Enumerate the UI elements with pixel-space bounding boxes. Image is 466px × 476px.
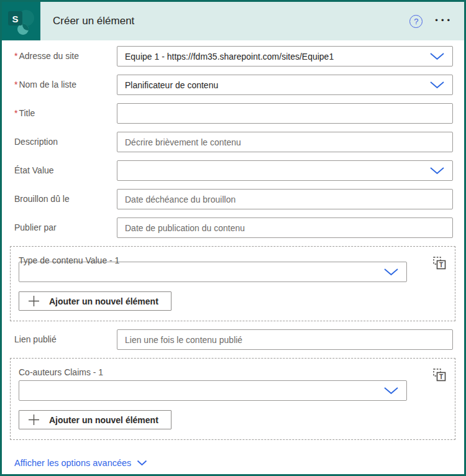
- add-new-item-button[interactable]: Ajouter un nouvel élément: [19, 410, 171, 429]
- field-row-lien-publie: Lien publié: [14, 329, 453, 350]
- field-label: Description: [14, 137, 117, 147]
- co-auteurs-dropdown[interactable]: [19, 380, 407, 401]
- chevron-down-icon: [429, 167, 445, 175]
- parameters-form: *Adresse du site Equipe 1 - https://fdm3…: [2, 40, 464, 469]
- etat-value-dropdown[interactable]: [117, 160, 453, 181]
- field-label: *Title: [14, 108, 117, 119]
- field-row-publier-par: Publier par: [14, 217, 453, 238]
- required-marker: *: [14, 108, 17, 118]
- field-label: Publier par: [14, 222, 117, 233]
- field-label: État Value: [14, 165, 117, 176]
- draft-due-date-input[interactable]: [117, 189, 453, 209]
- add-new-item-button[interactable]: Ajouter un nouvel élément: [19, 291, 171, 311]
- help-icon[interactable]: ?: [409, 15, 423, 28]
- group-label: Type de contenu Value - 1: [19, 255, 126, 266]
- group-label: Co-auteurs Claims - 1: [19, 367, 126, 378]
- create-item-action-card: S Créer un élément ? ••• *Adresse du sit…: [0, 0, 466, 476]
- svg-text:S: S: [12, 14, 18, 24]
- list-name-dropdown[interactable]: Planificateur de contenu: [117, 75, 453, 95]
- sharepoint-connector-icon: S: [2, 2, 40, 40]
- dropdown-value: Equipe 1 - https://fdm35.sharepoint.com/…: [125, 52, 334, 62]
- chevron-down-icon: [383, 387, 399, 395]
- array-group-co-auteurs: T Co-auteurs Claims - 1 Ajouter un nouve…: [10, 358, 455, 440]
- field-label: Lien publié: [14, 334, 117, 345]
- svg-text:T: T: [439, 262, 443, 268]
- chevron-down-icon: [429, 52, 445, 60]
- action-title: Créer un élément: [53, 15, 134, 27]
- field-row-etat-value: État Value: [14, 160, 453, 181]
- dropdown-value: Planificateur de contenu: [125, 80, 218, 90]
- site-address-dropdown[interactable]: Equipe 1 - https://fdm35.sharepoint.com/…: [117, 46, 453, 66]
- field-row-description: Description: [14, 132, 453, 152]
- required-marker: *: [14, 51, 17, 61]
- chevron-down-icon: [137, 460, 147, 466]
- field-row-title: *Title: [14, 103, 453, 124]
- show-advanced-options-link[interactable]: Afficher les options avancées: [14, 458, 147, 468]
- published-link-input[interactable]: [117, 329, 453, 350]
- field-row-list-name: *Nom de la liste Planificateur de conten…: [14, 75, 453, 95]
- chevron-down-icon: [383, 268, 399, 276]
- field-row-site-address: *Adresse du site Equipe 1 - https://fdm3…: [14, 46, 453, 66]
- field-label: Brouillon dû le: [14, 194, 117, 204]
- chevron-down-icon: [429, 81, 445, 89]
- array-group-type-de-contenu: T Type de contenu Value - 1 Ajouter un n…: [10, 246, 455, 321]
- plus-icon: [28, 295, 40, 307]
- plus-icon: [28, 414, 40, 426]
- title-input[interactable]: [117, 103, 453, 124]
- svg-text:T: T: [439, 373, 443, 380]
- publish-date-input[interactable]: [117, 217, 453, 238]
- description-input[interactable]: [117, 132, 453, 152]
- more-options-icon[interactable]: •••: [435, 16, 453, 27]
- switch-to-input-entire-array-icon[interactable]: T: [433, 368, 446, 383]
- card-header[interactable]: S Créer un élément ? •••: [2, 2, 464, 40]
- required-marker: *: [14, 80, 17, 89]
- field-label: *Adresse du site: [14, 51, 117, 62]
- switch-to-input-entire-array-icon[interactable]: T: [433, 257, 446, 272]
- field-row-brouillon-du-le: Brouillon dû le: [14, 189, 453, 209]
- field-label: *Nom de la liste: [14, 80, 117, 90]
